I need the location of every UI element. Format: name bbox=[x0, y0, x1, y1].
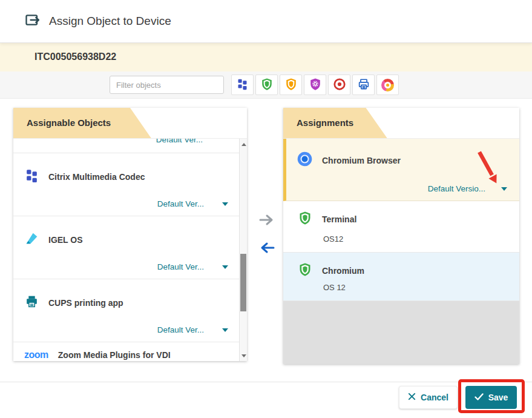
object-name: CUPS printing app bbox=[48, 298, 123, 308]
object-name: Zoom Media Plugins for VDI bbox=[58, 350, 171, 360]
scrollbar-thumb[interactable] bbox=[240, 254, 246, 311]
object-name: Chromium bbox=[322, 266, 364, 276]
filter-green-shield-button[interactable] bbox=[255, 75, 278, 95]
object-name: Chromium Browser bbox=[322, 156, 401, 165]
dialog-footer: Cancel Save bbox=[0, 382, 532, 418]
x-icon bbox=[408, 393, 416, 402]
assignable-objects-list: Default Ver... Citrix Multimedia Codec bbox=[13, 138, 247, 361]
version-label: Default Versio... bbox=[428, 184, 485, 193]
assignment-item-chromium[interactable]: Chromium OS 12 bbox=[283, 253, 519, 301]
chevron-down-icon bbox=[222, 328, 228, 332]
filter-purple-profile-button[interactable] bbox=[304, 75, 326, 95]
assignable-panel-header: Assignable Objects bbox=[13, 108, 247, 138]
assignments-empty-area bbox=[283, 301, 519, 364]
arrow-right-icon bbox=[258, 219, 275, 228]
chevron-down-icon bbox=[501, 187, 507, 191]
scroll-up-button[interactable] bbox=[240, 140, 248, 148]
green-shield-icon bbox=[260, 78, 274, 93]
zoom-logo: zoom bbox=[24, 350, 48, 360]
cancel-button[interactable]: Cancel bbox=[399, 386, 458, 409]
filter-red-badge-button[interactable] bbox=[328, 75, 350, 95]
save-button[interactable]: Save bbox=[465, 386, 517, 409]
chevron-down-icon bbox=[222, 265, 228, 269]
dialog-title: Assign Object to Device bbox=[49, 15, 171, 28]
version-label: Default Ver... bbox=[157, 325, 204, 334]
device-id: ITC005056938D22 bbox=[34, 51, 116, 62]
os-version-label: OS12 bbox=[323, 234, 343, 244]
cancel-label: Cancel bbox=[421, 393, 448, 402]
filter-apps-button[interactable] bbox=[231, 75, 254, 95]
filter-browser-button[interactable] bbox=[376, 75, 399, 95]
assignable-list-viewport: Default Ver... Citrix Multimedia Codec bbox=[13, 139, 239, 361]
version-dropdown[interactable]: Default Ver... bbox=[157, 262, 228, 271]
green-shield-icon bbox=[298, 211, 312, 228]
assignments-panel-header: Assignments bbox=[283, 108, 519, 138]
scroll-down-button[interactable] bbox=[240, 351, 248, 360]
assignments-panel-title: Assignments bbox=[297, 108, 353, 138]
triangle-up-icon bbox=[241, 143, 246, 146]
os-version-label: OS 12 bbox=[323, 283, 346, 292]
assignable-objects-panel: Assignable Objects Default Ver... bbox=[13, 108, 247, 361]
filter-orange-shield-button[interactable] bbox=[280, 75, 302, 95]
object-item-igel-os[interactable]: IGEL OS Default Ver... bbox=[13, 216, 239, 279]
orange-shield-icon bbox=[284, 78, 298, 93]
object-name: Citrix Multimedia Codec bbox=[48, 172, 145, 182]
chromium-browser-icon bbox=[297, 151, 313, 170]
object-name: Terminal bbox=[322, 214, 356, 224]
apps-icon bbox=[236, 78, 249, 92]
scrollbar[interactable] bbox=[239, 139, 247, 361]
assignment-item-chromium-browser[interactable]: Chromium Browser Default Versio... bbox=[283, 139, 519, 201]
green-shield-icon bbox=[298, 262, 312, 279]
version-dropdown[interactable]: Default Ver... bbox=[157, 325, 228, 334]
chevron-down-icon bbox=[222, 202, 228, 206]
red-ring-icon bbox=[333, 78, 346, 93]
igel-os-icon bbox=[24, 231, 39, 248]
version-dropdown[interactable]: Default Versio... bbox=[428, 184, 507, 193]
purple-gear-shield-icon bbox=[309, 78, 322, 93]
citrix-codec-icon bbox=[24, 168, 39, 185]
device-bar: ITC005056938D22 bbox=[0, 42, 532, 71]
assignment-item-terminal[interactable]: Terminal OS12 bbox=[283, 201, 519, 253]
cups-printer-icon bbox=[24, 294, 39, 311]
version-label: Default Ver... bbox=[157, 262, 204, 271]
dialog-header: Assign Object to Device bbox=[0, 0, 532, 42]
save-label: Save bbox=[488, 393, 508, 402]
object-item-cups[interactable]: CUPS printing app Default Ver... bbox=[13, 279, 239, 342]
filter-printer-button[interactable] bbox=[352, 75, 375, 95]
version-label: Default Ver... bbox=[156, 139, 203, 144]
assignments-panel: Assignments Chromium Browser Default Ver… bbox=[283, 108, 519, 364]
clipped-object-item[interactable]: Default Ver... bbox=[13, 139, 239, 153]
unassign-left-button[interactable] bbox=[258, 241, 276, 256]
assignable-panel-title: Assignable Objects bbox=[27, 108, 111, 138]
filter-type-buttons bbox=[231, 75, 399, 95]
filter-objects-input[interactable] bbox=[110, 76, 224, 94]
assignments-list: Chromium Browser Default Versio... Termi… bbox=[283, 138, 519, 364]
check-icon bbox=[475, 393, 484, 402]
blue-printer-icon bbox=[357, 78, 370, 93]
version-label: Default Ver... bbox=[157, 199, 204, 208]
assign-device-icon bbox=[24, 12, 41, 31]
version-dropdown[interactable]: Default Ver... bbox=[157, 199, 228, 208]
object-filter-toolbar bbox=[0, 71, 532, 99]
multicolor-circle-icon bbox=[381, 79, 394, 91]
object-item-citrix-codec[interactable]: Citrix Multimedia Codec Default Ver... bbox=[13, 153, 239, 216]
triangle-down-icon bbox=[241, 354, 246, 357]
object-item-zoom[interactable]: zoom Zoom Media Plugins for VDI bbox=[13, 342, 239, 361]
arrow-left-icon bbox=[258, 247, 275, 256]
assign-right-button[interactable] bbox=[258, 213, 276, 228]
object-name: IGEL OS bbox=[48, 235, 83, 245]
